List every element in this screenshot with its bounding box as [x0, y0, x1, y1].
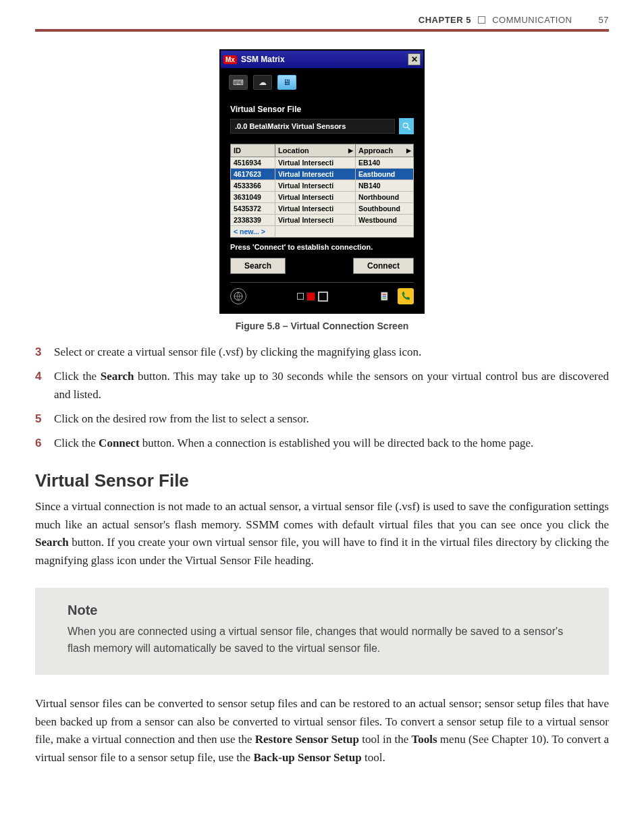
header-rule	[35, 29, 609, 32]
figure-caption: Figure 5.8 – Virtual Connection Screen	[35, 321, 609, 331]
step-text: Click the Search button. This may take u…	[54, 368, 609, 404]
table-row[interactable]: 5435372Virtual IntersectiSouthbound	[231, 203, 414, 215]
cell-location: Virtual Intersecti	[275, 203, 356, 215]
sort-arrow-icon: ▶	[348, 147, 353, 154]
table-row[interactable]: 4533366Virtual IntersectiNB140	[231, 180, 414, 192]
chapter-title: COMMUNICATION	[492, 15, 572, 25]
vsf-path-field[interactable]: .0.0 Beta\Matrix Virtual Sensors	[230, 119, 395, 134]
search-button[interactable]: Search	[230, 258, 286, 274]
sensor-table-body: 4516934Virtual IntersectiEB1404617623Vir…	[231, 157, 414, 238]
close-button[interactable]: ✕	[408, 53, 421, 65]
table-row[interactable]: 2338339Virtual IntersectiWestbound	[231, 215, 414, 226]
vsf-heading: Virtual Sensor File	[230, 105, 414, 114]
figure-5-8: Mx SSM Matrix ✕ ⌨ ☁ 🖥 Virtual	[35, 49, 609, 331]
cell-location: Virtual Intersecti	[275, 192, 356, 203]
step-list: 3Select or create a virtual sensor file …	[35, 343, 609, 453]
connection-toolbar: ⌨ ☁ 🖥	[221, 68, 423, 94]
cell-approach: Northbound	[356, 192, 414, 203]
step-number: 4	[35, 368, 54, 404]
record-outline-small-icon[interactable]	[297, 293, 304, 300]
ssm-body: Virtual Sensor File .0.0 Beta\Matrix Vir…	[221, 94, 423, 312]
status-bar	[230, 282, 414, 304]
cell-new: < new... >	[231, 226, 275, 238]
cell-approach: Southbound	[356, 203, 414, 215]
sensor-table: ID Location▶ Approach▶ 4516934Virtual In…	[230, 144, 414, 238]
note-callout: Note When you are connected using a virt…	[35, 588, 609, 675]
svg-line-1	[408, 128, 410, 130]
cloud-icon: ☁	[259, 78, 267, 87]
col-approach[interactable]: Approach▶	[356, 144, 414, 157]
step-item: 6Click the Connect button. When a connec…	[35, 435, 609, 452]
table-row[interactable]: 4617623Virtual IntersectiEastbound	[231, 169, 414, 180]
virtual-connection-button[interactable]: 🖥	[277, 75, 296, 90]
globe-icon[interactable]	[230, 288, 246, 304]
note-text: When you are connected using a virtual s…	[68, 624, 586, 657]
cell-approach: EB140	[356, 157, 414, 169]
page-number: 57	[586, 15, 609, 25]
status-message: Press 'Connect' to establish connection.	[230, 243, 414, 251]
cell-location: Virtual Intersecti	[275, 157, 356, 169]
section-paragraph: Since a virtual connection is not made t…	[35, 498, 609, 570]
phone-icon[interactable]	[398, 288, 414, 304]
chapter-label: CHAPTER 5	[419, 15, 471, 25]
cell-id: 4617623	[231, 169, 275, 180]
close-icon: ✕	[411, 55, 418, 64]
sort-arrow-icon: ▶	[406, 147, 411, 154]
square-glyph	[478, 16, 485, 24]
step-text: Click on the desired row from the list t…	[54, 410, 609, 428]
step-item: 4Click the Search button. This may take …	[35, 368, 609, 404]
cell-id: 5435372	[231, 203, 275, 215]
notes-icon[interactable]	[379, 290, 391, 302]
magnifying-glass-icon	[402, 121, 411, 131]
keyboard-icon: ⌨	[233, 78, 244, 87]
ssm-matrix-window: Mx SSM Matrix ✕ ⌨ ☁ 🖥 Virtual	[219, 49, 425, 314]
monitor-icon: 🖥	[283, 78, 291, 87]
record-stop-icon[interactable]	[306, 292, 315, 301]
cell-id: 3631049	[231, 192, 275, 203]
step-number: 6	[35, 435, 54, 452]
step-number: 3	[35, 343, 54, 361]
table-row[interactable]: 4516934Virtual IntersectiEB140	[231, 157, 414, 169]
record-controls	[297, 292, 328, 302]
cell-location: Virtual Intersecti	[275, 215, 356, 226]
section-heading: Virtual Sensor File	[35, 470, 609, 491]
step-text: Click the Connect button. When a connect…	[54, 435, 609, 452]
titlebar: Mx SSM Matrix ✕	[221, 51, 423, 68]
step-item: 3Select or create a virtual sensor file …	[35, 343, 609, 361]
step-text: Select or create a virtual sensor file (…	[54, 343, 609, 361]
col-id[interactable]: ID	[231, 144, 275, 157]
app-badge: Mx	[223, 55, 237, 64]
cell-approach: NB140	[356, 180, 414, 192]
cell-id: 4533366	[231, 180, 275, 192]
table-row-new[interactable]: < new... >	[231, 226, 414, 238]
step-item: 5Click on the desired row from the list …	[35, 410, 609, 428]
step-number: 5	[35, 410, 54, 428]
cell-location: Virtual Intersecti	[275, 180, 356, 192]
cell-location: Virtual Intersecti	[275, 169, 356, 180]
serial-connection-button[interactable]: ⌨	[229, 75, 248, 90]
cell-approach: Westbound	[356, 215, 414, 226]
record-outline-icon[interactable]	[318, 292, 328, 302]
running-head: CHAPTER 5 COMMUNICATION 57	[35, 15, 609, 29]
connect-button[interactable]: Connect	[353, 258, 414, 274]
network-connection-button[interactable]: ☁	[253, 75, 272, 90]
window-title: SSM Matrix	[241, 55, 285, 64]
browse-vsf-button[interactable]	[399, 118, 414, 134]
svg-point-0	[403, 123, 408, 128]
cell-id: 2338339	[231, 215, 275, 226]
cell-approach: Eastbound	[356, 169, 414, 180]
cell-id: 4516934	[231, 157, 275, 169]
closing-paragraph: Virtual sensor files can be converted to…	[35, 695, 609, 767]
table-row[interactable]: 3631049Virtual IntersectiNorthbound	[231, 192, 414, 203]
note-title: Note	[68, 603, 586, 618]
col-location[interactable]: Location▶	[275, 144, 356, 157]
